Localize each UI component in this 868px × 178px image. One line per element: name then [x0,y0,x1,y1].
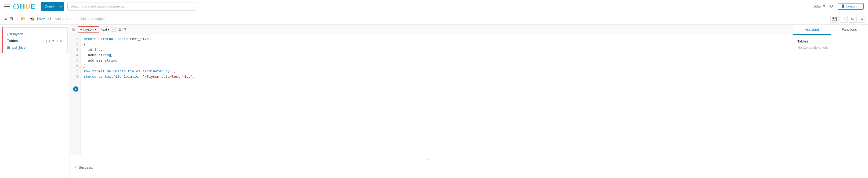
right-tabs: Assistant Functions [793,25,868,35]
tab-functions-label: Functions [842,27,857,31]
filter-icon[interactable]: ▼ [52,39,55,43]
database-icon[interactable]: ≡ [4,17,7,21]
main-layout: ‹ ≡ fayson Tables (1) ▼ + ↻ ⊞ [0,25,868,178]
success-message: ✓ Success. [74,166,788,169]
run-time-display: 0s [72,28,75,31]
database-name: ≡ fayson [10,32,23,36]
table-item-test-hive[interactable]: ⊞ test_hive [7,44,63,51]
document-description-input[interactable]: Add a description... [80,17,109,21]
jobs-settings-icon: ⚙ [823,4,826,8]
editor-nav: 🐝 Hive ↺ Add a name... Add a description… [26,17,830,21]
right-panel-content: Tables No tables identified. [793,35,868,54]
line-num-4: 4 [70,53,80,58]
editor-toolbar: 0s ≡ fayson ▾ text ▾ 📄 ⚙ ? [70,25,793,34]
format-caret: ▾ [108,27,110,31]
results-area: ✓ Success. [70,162,793,178]
db-stack-icon: ≡ [10,32,12,36]
line-num-5: 5 [70,58,80,63]
assistant-tables-label: Tables [797,39,864,43]
user-button[interactable]: 👤 fayson_h [838,3,864,10]
table-item-icon: ⊞ [7,46,10,50]
sidebar: ‹ ≡ fayson Tables (1) ▼ + ↻ ⊞ [0,25,70,178]
play-icon: ▶ [75,87,77,91]
line8-copy-icon[interactable]: ⧉ [80,66,82,69]
hue-logo-icon [13,3,19,9]
tables-label: Tables [7,39,18,43]
jobs-label: Jobs [813,4,821,8]
run-query-button[interactable]: ▶ [73,86,79,92]
new-document-button[interactable]: 📄 [840,15,847,23]
refresh-tables-icon[interactable]: ↻ [60,39,63,43]
svg-point-0 [14,4,19,9]
sidebar-header: ‹ ≡ fayson [4,29,66,39]
db-selector-caret: ▾ [95,27,97,31]
tag-button[interactable]: 🏷 [849,15,857,23]
editor-settings-button[interactable]: ⚙ [858,15,866,23]
success-text: Success. [79,166,93,169]
line-num-7: 7 [70,69,80,74]
file-nav-icon[interactable]: 📂 [21,17,26,21]
help-icon[interactable]: ? [124,27,126,32]
assistant-tables-section: Tables No tables identified. [797,39,864,50]
code-line-8: stored as textfile location '/fayson_dat… [84,74,789,80]
undo-icon[interactable]: ↺ [830,4,833,9]
line-num-2: 2 [70,42,80,47]
tables-header: Tables (1) ▼ + ↻ [7,39,63,43]
search-placeholder: Search data and saved documents... [70,4,127,8]
query-button[interactable]: Query ▾ [41,2,64,11]
logo-text: HUE [20,2,35,10]
line-num-8: 8 [70,74,80,80]
code-line-1: create external table test_hive [84,36,789,42]
no-tables-message: No tables identified. [797,46,864,50]
user-label: fayson_h [846,4,861,8]
line-num-3: 3 [70,47,80,53]
hive-text: Hive [37,17,45,21]
line-num-6: 6 [70,63,80,69]
code-line-7: row format delimited fields terminated b… [84,69,789,74]
code-line-2: ( [84,42,789,47]
tab-assistant[interactable]: Assistant [793,25,831,35]
query-button-label: Query [41,4,58,8]
document-name-input[interactable]: Add a name... [55,17,76,21]
editor-undo-icon[interactable]: ↺ [48,17,51,21]
tables-count: (1) [46,39,50,43]
bee-icon: 🐝 [30,17,35,21]
top-navigation: HUE Query ▾ Search data and saved docume… [0,0,868,13]
code-line-4: name string, [84,53,789,58]
tables-section: Tables (1) ▼ + ↻ ⊞ test_hive [4,39,66,51]
line8-expand-icon[interactable]: ⤢ [82,66,84,69]
hive-label: 🐝 Hive [30,17,45,21]
db-name-label[interactable]: fayson [13,32,23,36]
code-editor[interactable]: 1 2 3 4 5 6 7 8 ▶ ⧉ ⤢ [70,34,793,155]
top-right-controls: Jobs ⚙ ↺ 👤 fayson_h [813,3,864,10]
search-bar[interactable]: Search data and saved documents... [67,2,196,11]
code-line-6: ) [84,63,789,69]
line-num-1: 1 [70,36,80,42]
database-selector[interactable]: ≡ fayson ▾ [78,26,99,33]
tables-icon[interactable]: ⊞ [9,16,13,21]
back-arrow-icon[interactable]: ‹ [7,32,8,36]
code-line-5: address string [84,58,789,63]
toolbar-settings-icon[interactable]: ⚙ [118,27,122,32]
db-selector-label: fayson [83,27,93,31]
query-caret-icon[interactable]: ▾ [58,2,64,11]
editor-action-buttons: 💾 📄 🏷 ⚙ [830,15,868,23]
sidebar-db-box: ‹ ≡ fayson Tables (1) ▼ + ↻ ⊞ [2,27,67,53]
jobs-button[interactable]: Jobs ⚙ [813,4,826,8]
tab-functions[interactable]: Functions [831,25,868,35]
add-table-icon[interactable]: + [56,39,58,43]
dots-separator: ... [70,155,793,162]
user-icon: 👤 [841,4,845,8]
save-document-button[interactable]: 💾 [830,15,838,23]
right-panel: Assistant Functions Tables No tables ide… [793,25,868,178]
hamburger-menu[interactable] [4,5,10,8]
line-numbers: 1 2 3 4 5 6 7 8 [70,34,81,155]
db-icon-group: ≡ ⊞ [4,16,18,21]
format-selector[interactable]: text ▾ [101,27,110,31]
hue-logo: HUE [13,2,35,10]
table-item-label: test_hive [11,46,26,50]
editor-navigation: ≡ ⊞ 📂 🐝 Hive ↺ Add a name... Add a descr… [0,13,868,25]
toolbar-file-icon[interactable]: 📄 [112,27,116,32]
db-selector-icon: ≡ [80,27,83,31]
code-content[interactable]: ▶ ⧉ ⤢ create external table test_hive ( … [81,34,793,155]
